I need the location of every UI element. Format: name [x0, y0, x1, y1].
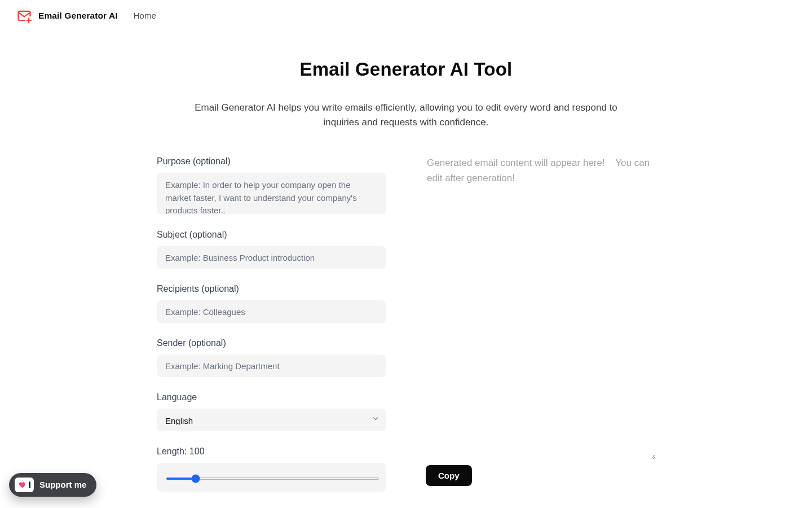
- language-field: Language English: [157, 391, 386, 431]
- form-panel: Purpose (optional) Subject (optional) Re…: [157, 155, 386, 508]
- length-label: Length: 100: [157, 445, 386, 458]
- main: Email Generator AI Tool Email Generator …: [152, 32, 660, 508]
- length-slider[interactable]: [166, 478, 379, 480]
- support-label: Support me: [39, 479, 86, 492]
- purpose-label: Purpose (optional): [157, 155, 386, 168]
- tone-field: Tone (optional): [157, 505, 386, 508]
- mail-plus-icon: [16, 8, 33, 24]
- subject-label: Subject (optional): [157, 228, 386, 242]
- length-slider-box: [157, 463, 386, 492]
- recipients-label: Recipients (optional): [157, 282, 386, 296]
- recipients-field: Recipients (optional): [157, 282, 386, 323]
- sender-field: Sender (optional): [157, 336, 386, 377]
- recipients-input[interactable]: [157, 300, 386, 323]
- brand-name: Email Generator AI: [38, 9, 118, 22]
- length-field: Length: 100: [157, 445, 386, 492]
- language-select[interactable]: English: [157, 409, 386, 431]
- brand: Email Generator AI: [16, 8, 118, 24]
- page-title: Email Generator AI Tool: [152, 55, 660, 84]
- tone-label: Tone (optional): [157, 505, 386, 508]
- nav-home[interactable]: Home: [134, 10, 156, 23]
- page-subtitle: Email Generator AI helps you write email…: [192, 100, 620, 130]
- sender-input[interactable]: [157, 354, 386, 377]
- sender-label: Sender (optional): [157, 336, 386, 350]
- purpose-field: Purpose (optional): [157, 155, 386, 214]
- subject-field: Subject (optional): [157, 228, 386, 269]
- subject-input[interactable]: [157, 246, 386, 269]
- purpose-input[interactable]: [157, 173, 386, 214]
- result-panel: Copy: [426, 155, 655, 508]
- language-label: Language: [157, 391, 386, 404]
- support-icon: [15, 478, 34, 492]
- result-textarea[interactable]: [426, 155, 655, 459]
- copy-button[interactable]: Copy: [426, 465, 472, 486]
- support-button[interactable]: Support me: [9, 473, 96, 497]
- header: Email Generator AI Home: [0, 0, 812, 32]
